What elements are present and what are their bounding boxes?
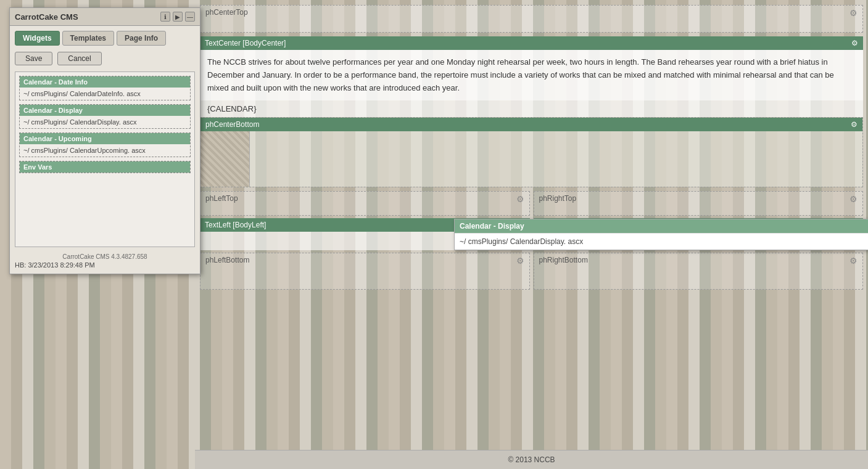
widget-item-path-1: ~/ cmsPlugins/ CalendarDisplay. ascx [20,116,190,128]
ph-center-bottom-content [250,131,862,187]
ph-center-top-section: ⚙ phCenterTop [200,5,863,33]
ph-center-bottom-gear-icon[interactable]: ⚙ [851,120,858,129]
widget-item-header-2: Calendar - Upcoming [20,133,190,144]
calendar-tag: {CALENDAR} [200,100,863,117]
cms-titlebar: CarrotCake CMS ℹ ▶ — [10,8,200,26]
ph-left-top-label: phLeftTop [200,192,529,205]
cms-version: CarrotCake CMS 4.3.4827.658 [15,253,195,260]
cancel-button[interactable]: Cancel [57,52,101,65]
ph-center-top-gear-icon[interactable]: ⚙ [849,8,858,18]
ph-center-bottom-section: phCenterBottom ⚙ [200,117,863,187]
ph-left-top-gear-icon[interactable]: ⚙ [516,194,524,204]
widget-item-path-0: ~/ cmsPlugins/ CalendarDateInfo. ascx [20,88,190,100]
widget-item-path-2: ~/ cmsPlugins/ CalendarUpcoming. ascx [20,144,190,157]
tooltip-path: ~/ cmsPlugins/ CalendarDisplay. ascx [455,233,868,250]
ph-center-bottom-label: phCenterBottom [205,120,259,129]
tab-pageinfo[interactable]: Page Info [117,31,166,46]
widget-item: Calendar - Display ~/ cmsPlugins/ Calend… [19,104,191,129]
widget-tooltip: Calendar - Display ~/ cmsPlugins/ Calend… [454,219,868,250]
ph-center-bottom-body [200,131,862,187]
tooltip-header: Calendar - Display [455,219,868,233]
ph-right-top-section: phRightTop ⚙ [534,191,864,216]
widget-item: Calendar - Upcoming ~/ cmsPlugins/ Calen… [19,133,191,157]
cms-title-buttons: ℹ ▶ — [160,12,195,22]
ph-center-top-label: phCenterTop [200,6,862,19]
content-area: ⚙ phCenterTop TextCenter [BodyCenter] ⚙ … [195,0,868,295]
text-center-label: TextCenter [BodyCenter] [205,39,286,47]
widget-item: Calendar - Date Info ~/ cmsPlugins/ Cale… [19,76,191,100]
text-center-section: TextCenter [BodyCenter] ⚙ The NCCB striv… [200,36,863,117]
ph-right-bottom-label: phRightBottom [534,253,863,267]
widget-item-header-3: Env Vars [20,161,190,173]
ph-left-bottom-section: phLeftBottom ⚙ [200,253,530,290]
cms-actions: Save Cancel [10,48,200,69]
page-footer: © 2013 NCCB [195,450,868,469]
ph-right-top-gear-icon[interactable]: ⚙ [849,194,858,204]
cms-info-button[interactable]: ℹ [160,12,170,22]
text-center-header: TextCenter [BodyCenter] ⚙ [200,36,863,50]
footer-text: © 2013 NCCB [508,455,555,464]
tab-widgets[interactable]: Widgets [15,31,60,46]
widget-item-header-0: Calendar - Date Info [20,76,190,88]
body-text: The NCCB strives for about twelve perfor… [200,50,863,100]
cms-panel-title: CarrotCake CMS [15,12,78,22]
ph-center-bottom-pattern [200,131,250,187]
cms-panel: CarrotCake CMS ℹ ▶ — Widgets Templates P… [9,7,200,274]
widget-list[interactable]: Calendar - Date Info ~/ cmsPlugins/ Cale… [15,71,195,247]
ph-right-bottom-gear-icon[interactable]: ⚙ [849,256,858,266]
save-button[interactable]: Save [15,52,52,65]
ph-center-bottom-header: phCenterBottom ⚙ [200,118,862,131]
ph-left-top-section: phLeftTop ⚙ [200,191,530,216]
main-content: ⚙ phCenterTop TextCenter [BodyCenter] ⚙ … [195,0,868,469]
cms-footer: CarrotCake CMS 4.3.4827.658 [10,250,200,261]
widget-item: Env Vars [19,161,191,173]
tab-templates[interactable]: Templates [62,31,114,46]
ph-left-bottom-gear-icon[interactable]: ⚙ [516,256,524,266]
ph-right-top-label: phRightTop [534,192,863,205]
ph-right-bottom-section: phRightBottom ⚙ [534,253,864,290]
ph-left-bottom-label: phLeftBottom [200,253,529,267]
cms-tabs: Widgets Templates Page Info [10,26,200,48]
text-left-label: TextLeft [BodyLeft] [205,221,266,229]
widget-item-header-1: Calendar - Display [20,105,190,116]
text-center-gear-icon[interactable]: ⚙ [851,39,858,47]
page-wrapper: CarrotCake CMS ℹ ▶ — Widgets Templates P… [0,0,868,469]
cms-play-button[interactable]: ▶ [173,12,183,22]
cms-heartbeat: HB: 3/23/2013 8:29:48 PM [10,261,200,269]
cms-close-button[interactable]: — [185,12,195,22]
